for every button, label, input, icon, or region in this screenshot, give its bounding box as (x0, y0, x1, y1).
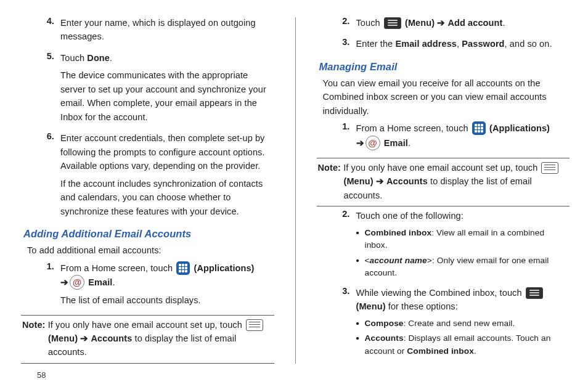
step-number: 3. (332, 286, 356, 361)
step-body: From a Home screen, touch (Applications)… (356, 121, 570, 153)
right-column: 2. Touch (Menu) ➔ Add account. 3. Enter … (317, 15, 570, 392)
step-number: 2. (332, 16, 356, 33)
numbered-step: 3. Enter the Email address, Password, an… (332, 37, 570, 54)
note-rule (317, 206, 570, 206)
left-column: 4. Enter your name, which is displayed o… (21, 15, 274, 392)
step-number: 3. (332, 37, 356, 54)
numbered-step: 1. From a Home screen, touch (Applicatio… (36, 261, 274, 311)
email-icon (365, 136, 380, 150)
step-number: 5. (36, 51, 60, 128)
heading-managing-email: Managing Email (319, 61, 570, 73)
heading-adding-accounts: Adding Additional Email Accounts (23, 228, 274, 240)
bullet-item: •Compose: Create and send new email. (356, 317, 570, 330)
note-block: Note: If you only have one email account… (318, 161, 569, 202)
numbered-step: 1. From a Home screen, touch (Applicatio… (332, 121, 570, 153)
numbered-step: 4. Enter your name, which is displayed o… (36, 16, 274, 47)
numbered-step: 6. Enter account credentials, then compl… (36, 131, 274, 222)
step-number: 2. (332, 209, 356, 282)
email-icon (70, 275, 84, 290)
applications-icon (176, 261, 190, 275)
numbered-step: 2. Touch (Menu) ➔ Add account. (332, 16, 570, 33)
bullet-item: •<account name>: Only view email for one… (356, 255, 570, 280)
menu-icon (246, 319, 263, 331)
step-body: Enter the Email address, Password, and s… (356, 37, 570, 54)
step-number: 6. (36, 131, 60, 222)
step-body: From a Home screen, touch (Applications)… (60, 261, 274, 311)
manual-page: 4. Enter your name, which is displayed o… (0, 0, 588, 392)
numbered-step: 2. Touch one of the following:•Combined … (332, 209, 570, 282)
step-body: Touch Done.The device communicates with … (60, 51, 274, 128)
note-rule (21, 315, 274, 316)
bullet-item: •Accounts: Displays all email accounts. … (356, 332, 570, 357)
bullet-item: •Combined inbox: View all email in a com… (356, 227, 570, 252)
step-body: While viewing the Combined inbox, touch … (356, 286, 570, 361)
step-body: Enter account credentials, then complete… (60, 131, 274, 222)
note-rule (317, 158, 570, 158)
menu-icon (384, 17, 401, 29)
menu-icon (526, 287, 543, 299)
column-separator (295, 17, 296, 364)
menu-icon (541, 162, 558, 174)
step-body: Enter your name, which is displayed on o… (60, 16, 274, 47)
intro-text: To add additional email accounts: (27, 243, 272, 257)
applications-icon (472, 121, 486, 135)
note-rule (21, 363, 274, 364)
numbered-step: 5. Touch Done.The device communicates wi… (36, 51, 274, 128)
intro-text: You can view email you receive for all a… (323, 76, 568, 118)
step-body: Touch (Menu) ➔ Add account. (356, 16, 570, 33)
step-body: Touch one of the following:•Combined inb… (356, 209, 570, 282)
numbered-step: 3. While viewing the Combined inbox, tou… (332, 286, 570, 361)
step-number: 1. (36, 261, 60, 311)
page-number: 58 (37, 370, 46, 380)
note-block: Note: If you only have one email account… (22, 318, 273, 359)
step-number: 4. (36, 16, 60, 47)
step-number: 1. (332, 121, 356, 153)
